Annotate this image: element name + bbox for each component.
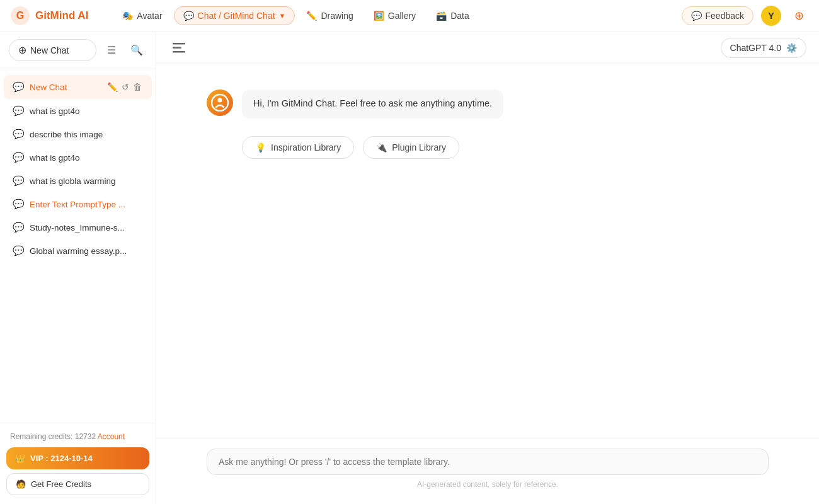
app-name: GitMind AI	[35, 9, 88, 22]
chat-input[interactable]	[219, 457, 757, 467]
chat-bubble-icon: 💬	[13, 105, 25, 117]
feedback-button[interactable]: 💬 Feedback	[682, 6, 753, 25]
sidebar-item-prompt-type[interactable]: 💬 Enter Text PromptType ...	[4, 193, 152, 215]
nav-item-gallery[interactable]: 🖼️ Gallery	[365, 7, 425, 25]
vip-button[interactable]: 👑 VIP : 2124-10-14	[6, 447, 149, 469]
nav-item-drawing[interactable]: ✏️ Drawing	[297, 7, 362, 25]
chat-header: ChatGPT 4.0 ⚙️	[156, 32, 819, 64]
chat-bubble-icon: 💬	[13, 152, 25, 163]
chat-area: ChatGPT 4.0 ⚙️ Hi, I'm GitMind Chat. Fee…	[156, 32, 819, 504]
nav-item-data[interactable]: 🗃️ Data	[427, 7, 478, 25]
logo-area: G GitMind AI	[10, 6, 88, 26]
nav-item-avatar[interactable]: 🎭 Avatar	[113, 7, 171, 25]
sidebar-item-new-chat[interactable]: 💬 New Chat ✏️ ↺ 🗑	[4, 75, 152, 99]
person-icon: 🧑	[16, 479, 26, 489]
search-icon[interactable]: 🔍	[127, 40, 147, 60]
chat-icon: 💬	[183, 11, 194, 21]
item-actions: ✏️ ↺ 🗑	[106, 81, 143, 93]
svg-rect-2	[173, 43, 185, 45]
crown-icon: 👑	[15, 454, 25, 463]
svg-rect-4	[173, 51, 185, 53]
nav-items: 🎭 Avatar 💬 Chat / GitMind Chat ▼ ✏️ Draw…	[113, 6, 668, 25]
library-buttons: 💡 Inspiration Library 🔌 Plugin Library	[242, 136, 769, 159]
account-link[interactable]: Account	[98, 432, 125, 441]
chat-bubble-icon: 💬	[13, 175, 25, 186]
sidebar-item-describe-image[interactable]: 💬 describe this image	[4, 123, 152, 146]
refresh-icon[interactable]: ↺	[120, 81, 130, 93]
sidebar: ⊕ New Chat ☰ 🔍 💬 New Chat ✏️ ↺ 🗑 💬 what …	[0, 32, 156, 504]
sidebar-item-global-warming[interactable]: 💬 what is globla warming	[4, 169, 152, 192]
svg-point-6	[218, 98, 222, 103]
inspiration-library-button[interactable]: 💡 Inspiration Library	[242, 136, 354, 159]
feedback-icon: 💬	[691, 11, 702, 21]
credits-info: Remaining credits: 12732 Account	[6, 430, 149, 444]
model-selector[interactable]: ChatGPT 4.0 ⚙️	[721, 38, 806, 58]
chat-list-icon[interactable]: ☰	[101, 40, 122, 60]
svg-rect-3	[173, 47, 181, 49]
chat-bubble-icon: 💬	[13, 198, 25, 210]
svg-point-5	[212, 94, 228, 111]
sidebar-item-gpt4o-2[interactable]: 💬 what is gpt4o	[4, 146, 152, 169]
avatar-icon: 🎭	[122, 11, 133, 21]
nav-right: 💬 Feedback Y ⊕	[682, 6, 809, 26]
ai-greeting-bubble: Hi, I'm GitMind Chat. Feel free to ask m…	[242, 89, 503, 118]
nav-item-chat[interactable]: 💬 Chat / GitMind Chat ▼	[174, 6, 295, 25]
chat-history-list: 💬 New Chat ✏️ ↺ 🗑 💬 what is gpt4o 💬 desc…	[0, 69, 156, 423]
delete-icon[interactable]: 🗑	[132, 81, 143, 93]
sidebar-bottom: Remaining credits: 12732 Account 👑 VIP :…	[0, 423, 156, 504]
user-avatar[interactable]: Y	[761, 6, 781, 26]
model-label: ChatGPT 4.0	[730, 43, 781, 53]
plugin-icon: 🔌	[376, 142, 387, 152]
logo-icon: G	[10, 6, 30, 26]
sidebar-top: ⊕ New Chat ☰ 🔍	[0, 32, 156, 69]
main-area: ⊕ New Chat ☰ 🔍 💬 New Chat ✏️ ↺ 🗑 💬 what …	[0, 32, 819, 504]
collapse-sidebar-button[interactable]	[169, 38, 189, 58]
share-icon[interactable]: ⊕	[789, 6, 809, 26]
gallery-icon: 🖼️	[374, 11, 384, 21]
svg-text:G: G	[16, 10, 24, 21]
chevron-down-icon: ▼	[279, 12, 286, 20]
chat-messages: Hi, I'm GitMind Chat. Feel free to ask m…	[156, 64, 819, 438]
chat-bubble-icon: 💬	[13, 222, 25, 233]
chat-input-area: AI-generated content, solely for referen…	[156, 438, 819, 504]
chat-bubble-icon: 💬	[13, 81, 25, 93]
plugin-library-button[interactable]: 🔌 Plugin Library	[363, 136, 459, 159]
data-icon: 🗃️	[436, 11, 447, 21]
free-credits-button[interactable]: 🧑 Get Free Credits	[6, 473, 149, 495]
chat-bubble-icon: 💬	[13, 129, 25, 140]
plus-icon: ⊕	[18, 44, 26, 56]
drawing-icon: ✏️	[306, 11, 317, 21]
chat-bubble-icon: 💬	[13, 245, 25, 256]
sidebar-item-gpt4o-1[interactable]: 💬 what is gpt4o	[4, 100, 152, 122]
footer-note: AI-generated content, solely for referen…	[207, 480, 769, 489]
gear-icon: ⚙️	[786, 43, 797, 53]
ai-greeting: Hi, I'm GitMind Chat. Feel free to ask m…	[207, 89, 769, 118]
ai-avatar	[207, 89, 233, 116]
lightbulb-icon: 💡	[255, 142, 266, 152]
chat-input-wrapper	[207, 449, 769, 475]
sidebar-item-study-notes[interactable]: 💬 Study-notes_Immune-s...	[4, 216, 152, 239]
edit-icon[interactable]: ✏️	[106, 81, 119, 93]
top-navigation: G GitMind AI 🎭 Avatar 💬 Chat / GitMind C…	[0, 0, 819, 32]
new-chat-button[interactable]: ⊕ New Chat	[9, 39, 96, 61]
sidebar-item-warming-essay[interactable]: 💬 Global warming essay.p...	[4, 239, 152, 262]
